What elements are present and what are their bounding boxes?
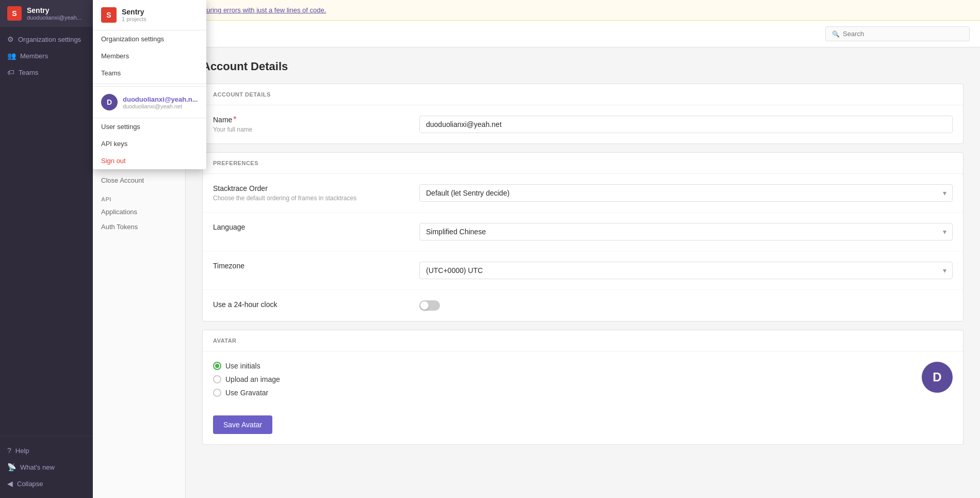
dropdown-org-settings[interactable]: Organization settings xyxy=(93,30,206,47)
dropdown-user-settings[interactable]: User settings xyxy=(93,118,206,135)
dropdown-org-name: Sentry xyxy=(122,8,146,16)
dropdown-org[interactable]: S Sentry 1 projects xyxy=(93,0,206,30)
dropdown-api-keys[interactable]: API keys xyxy=(93,135,206,152)
dropdown-org-icon: S xyxy=(101,7,117,23)
dropdown-menu: S Sentry 1 projects Organization setting… xyxy=(93,0,206,169)
dropdown-sign-out[interactable]: Sign out xyxy=(93,152,206,169)
dropdown-user-name: duoduolianxi@yeah.n... xyxy=(123,95,198,103)
dropdown-user-email: duoduolianxi@yeah.net xyxy=(123,103,198,109)
dropdown-teams[interactable]: Teams xyxy=(93,65,206,82)
dropdown-user: D duoduolianxi@yeah.n... duoduolianxi@ye… xyxy=(93,86,206,118)
divider xyxy=(93,84,206,84)
dropdown-members[interactable]: Members xyxy=(93,47,206,65)
dropdown-org-projects: 1 projects xyxy=(122,16,146,22)
user-avatar: D xyxy=(101,94,118,110)
